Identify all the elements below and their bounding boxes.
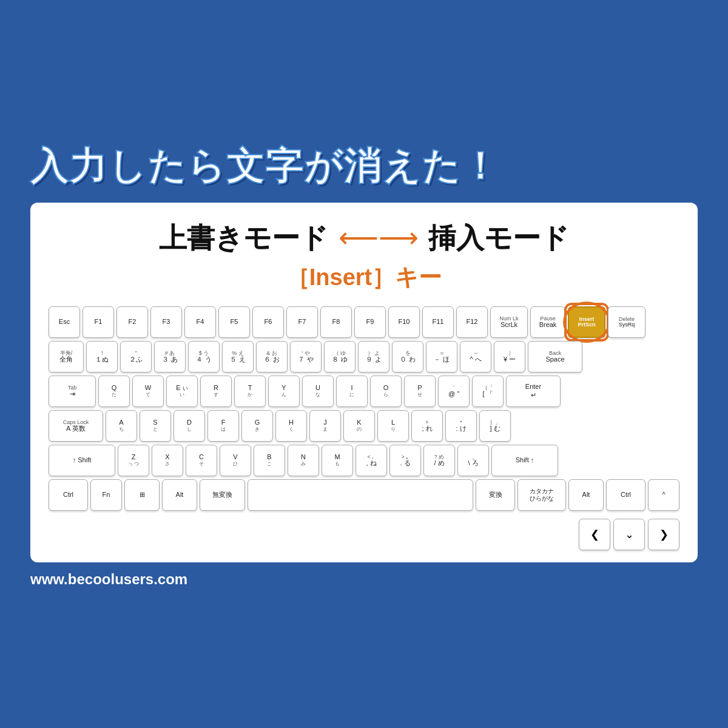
key-i[interactable]: Iに	[336, 376, 368, 407]
key-4[interactable]: $ う４ う	[188, 341, 220, 372]
number-row: 半角/全角 ！１ぬ "２ふ # あ３ あ $ う４ う % え５ え & お６ …	[49, 341, 679, 372]
bottom-row: Ctrl Fn ⊞ Alt 無変換 変換 カタカナひらがな Alt Ctrl ^	[49, 479, 679, 511]
key-f11[interactable]: F11	[422, 306, 454, 338]
key-backspace[interactable]: BackSpace	[528, 341, 582, 372]
key-f5[interactable]: F5	[218, 306, 250, 338]
key-delete[interactable]: DeleteSysRq	[608, 306, 645, 338]
key-0[interactable]: を０ わ	[392, 341, 423, 372]
key-z[interactable]: Zっ つ	[118, 445, 149, 476]
key-muhenkan[interactable]: 無変換	[200, 479, 245, 511]
key-space[interactable]	[248, 479, 473, 511]
key-caret[interactable]: ～^ へ	[460, 341, 491, 372]
key-semicolon[interactable]: +; れ	[411, 410, 443, 442]
key-left[interactable]: ❮	[579, 519, 610, 550]
key-6[interactable]: & お６ お	[256, 341, 288, 372]
key-bracketl[interactable]: ｛「[ 「	[472, 376, 504, 407]
key-x[interactable]: Xさ	[152, 445, 183, 476]
insert-mode-label: 挿入モード	[428, 222, 569, 254]
key-2[interactable]: "２ふ	[120, 341, 152, 372]
key-colon[interactable]: *: け	[445, 410, 477, 442]
key-r[interactable]: Rす	[200, 376, 232, 407]
insert-key-label: ［Insert］キー	[49, 262, 679, 293]
key-5[interactable]: % え５ え	[222, 341, 254, 372]
key-up[interactable]: ^	[648, 479, 679, 511]
key-9[interactable]: ） よ９ よ	[358, 341, 389, 372]
key-p[interactable]: Pせ	[404, 376, 436, 407]
key-g[interactable]: Gき	[241, 410, 273, 442]
keyboard: Esc F1 F2 F3 F4 F5 F6 F7 F8 F9 F10 F11 F…	[49, 306, 679, 550]
key-hankaku[interactable]: 半角/全角	[49, 341, 84, 372]
key-windows[interactable]: ⊞	[124, 479, 160, 511]
key-w[interactable]: Wて	[132, 376, 164, 407]
key-minus[interactable]: ＝－ ほ	[426, 341, 457, 372]
key-yen[interactable]: ｜¥ ー	[494, 341, 525, 372]
overwrite-mode-label: 上書きモード	[159, 222, 328, 254]
key-u[interactable]: Uな	[302, 376, 334, 407]
key-c[interactable]: Cそ	[186, 445, 217, 476]
key-7[interactable]: ‘ や７ や	[290, 341, 322, 372]
key-1[interactable]: ！１ぬ	[86, 341, 118, 372]
key-enter[interactable]: Enter↵	[506, 376, 561, 407]
key-f10[interactable]: F10	[388, 306, 420, 338]
key-v[interactable]: Vひ	[220, 445, 251, 476]
arrow-row: ❮ ⌄ ❯	[49, 519, 679, 550]
main-container: 入力したら文字が消えた！ 上書きモード ⟵⟶ 挿入モード ［Insert］キー …	[30, 141, 698, 588]
key-h[interactable]: Hく	[275, 410, 307, 442]
key-f2[interactable]: F2	[116, 306, 148, 338]
key-j[interactable]: Jま	[309, 410, 341, 442]
key-f6[interactable]: F6	[252, 306, 284, 338]
key-l[interactable]: Lり	[377, 410, 409, 442]
key-e[interactable]: E いい	[166, 376, 198, 407]
key-at[interactable]: `@ "	[438, 376, 470, 407]
key-3[interactable]: # あ３ あ	[154, 341, 186, 372]
key-b[interactable]: Bこ	[254, 445, 285, 476]
key-tab[interactable]: Tab⇥	[49, 376, 96, 407]
key-f7[interactable]: F7	[286, 306, 318, 338]
key-8[interactable]: （ ゆ８ ゆ	[324, 341, 356, 372]
key-q[interactable]: Qた	[98, 376, 130, 407]
key-henkan[interactable]: 変換	[476, 479, 515, 511]
qwerty-row: Tab⇥ Qた Wて E いい Rす Tか Yん Uな Iに Oら Pせ `@ …	[49, 376, 679, 407]
key-o[interactable]: Oら	[370, 376, 402, 407]
key-katakana[interactable]: カタカナひらがな	[517, 479, 566, 511]
keyboard-panel: 上書きモード ⟵⟶ 挿入モード ［Insert］キー Esc F1 F2 F3 …	[30, 203, 698, 562]
key-pause[interactable]: PauseBreak	[530, 306, 565, 338]
key-m[interactable]: Mも	[322, 445, 353, 476]
page-title: 入力したら文字が消えた！	[30, 141, 500, 192]
key-slash[interactable]: ? め/ め	[423, 445, 455, 476]
key-f[interactable]: Fは	[207, 410, 239, 442]
website-url: www.becoolusers.com	[30, 571, 187, 588]
key-insert[interactable]: Insert PrtScn	[568, 306, 605, 338]
key-capslock[interactable]: Caps LockA 英数	[49, 410, 103, 442]
key-f8[interactable]: F8	[320, 306, 352, 338]
key-n[interactable]: Nみ	[288, 445, 319, 476]
arrow-icon: ⟵⟶	[339, 222, 419, 254]
key-fn[interactable]: Fn	[90, 479, 122, 511]
key-t[interactable]: Tか	[234, 376, 266, 407]
key-ctrl-right[interactable]: Ctrl	[606, 479, 645, 511]
key-comma[interactable]: < ､, ね	[356, 445, 387, 476]
key-right[interactable]: ❯	[648, 519, 679, 550]
key-alt-left[interactable]: Alt	[162, 479, 197, 511]
key-f4[interactable]: F4	[184, 306, 216, 338]
key-f3[interactable]: F3	[150, 306, 182, 338]
key-ctrl-left[interactable]: Ctrl	[49, 479, 88, 511]
key-f12[interactable]: F12	[456, 306, 488, 338]
key-shift-left[interactable]: ↑ Shift	[49, 445, 115, 476]
key-y[interactable]: Yん	[268, 376, 300, 407]
key-d[interactable]: Dし	[174, 410, 205, 442]
key-k[interactable]: Kの	[343, 410, 375, 442]
key-down[interactable]: ⌄	[613, 519, 645, 550]
key-alt-right[interactable]: Alt	[568, 479, 604, 511]
key-f1[interactable]: F1	[83, 306, 114, 338]
key-period[interactable]: > ｡. る	[389, 445, 421, 476]
key-shift-right[interactable]: Shift ↑	[491, 445, 558, 476]
key-bracketr[interactable]: ｝」] む	[479, 410, 511, 442]
key-numlk[interactable]: Num LkScrLk	[490, 306, 528, 338]
key-esc[interactable]: Esc	[49, 306, 80, 338]
key-a[interactable]: Aち	[106, 410, 137, 442]
key-s[interactable]: Sと	[140, 410, 171, 442]
asdf-row: Caps LockA 英数 Aち Sと Dし Fは Gき Hく Jま Kの Lり…	[49, 410, 679, 442]
key-backslash[interactable]: ＿\ ろ	[457, 445, 489, 476]
key-f9[interactable]: F9	[354, 306, 386, 338]
